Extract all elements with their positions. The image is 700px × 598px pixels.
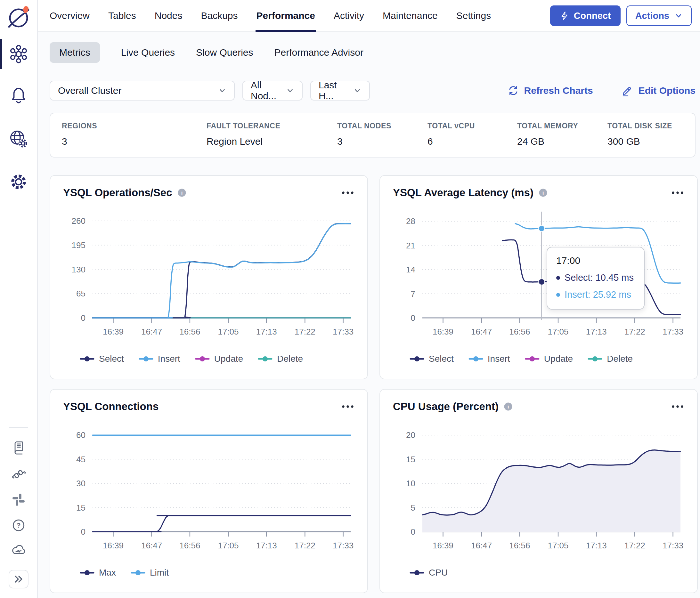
ellipsis-menu-icon[interactable] [341, 402, 354, 411]
chevron-down-icon [353, 86, 361, 95]
connect-button[interactable]: Connect [550, 5, 621, 26]
svg-text:17:13: 17:13 [256, 541, 277, 550]
edit-options-link[interactable]: Edit Options [621, 84, 696, 97]
legend-item-update[interactable]: Update [525, 354, 573, 364]
svg-text:16:56: 16:56 [509, 541, 530, 550]
legend-item-select[interactable]: Select [409, 354, 454, 364]
stat-total-disk: TOTAL DISK SIZE 300 GB [607, 122, 695, 157]
sidebar-item-network[interactable] [0, 129, 37, 149]
svg-text:?: ? [17, 521, 21, 529]
chart-title: YSQL Average Latency (ms) [393, 187, 533, 199]
tab-maintenance[interactable]: Maintenance [383, 0, 438, 31]
svg-text:17:13: 17:13 [256, 327, 277, 336]
tab-activity[interactable]: Activity [334, 0, 364, 31]
tab-nodes[interactable]: Nodes [155, 0, 182, 31]
legend-label: Insert [158, 354, 180, 364]
tab-overview[interactable]: Overview [50, 0, 90, 31]
stat-total-vcpu: TOTAL vCPU 6 [427, 122, 517, 157]
stat-value: Region Level [206, 136, 337, 147]
legend-item-delete[interactable]: Delete [588, 354, 633, 364]
ellipsis-menu-icon[interactable] [671, 188, 684, 198]
legend-item-max[interactable]: Max [80, 568, 116, 578]
stat-value: 3 [62, 136, 206, 147]
tooltip-row-text: Select: 10.45 ms [565, 272, 634, 283]
legend-label: CPU [429, 568, 448, 578]
legend-item-delete[interactable]: Delete [258, 354, 303, 364]
cluster-scope-select[interactable]: Overall Cluster [50, 81, 235, 101]
legend-item-insert[interactable]: Insert [469, 354, 510, 364]
legend-item-update[interactable]: Update [195, 354, 243, 364]
legend-item-limit[interactable]: Limit [131, 568, 169, 578]
svg-text:16:47: 16:47 [141, 541, 162, 550]
chart-title: CPU Usage (Percent) [393, 400, 499, 413]
svg-text:15: 15 [406, 454, 415, 464]
nodes-select[interactable]: All Nod... [243, 81, 303, 101]
sidebar-item-status[interactable] [0, 544, 37, 556]
sidebar-item-settings[interactable] [0, 172, 37, 191]
tab-settings[interactable]: Settings [456, 0, 491, 31]
svg-text:16:47: 16:47 [141, 327, 162, 336]
subtab-live-queries[interactable]: Live Queries [121, 42, 175, 63]
sidebar-expand-button[interactable] [9, 570, 28, 589]
stat-label: REGIONS [62, 122, 206, 130]
chevron-down-icon [218, 86, 226, 95]
legend-item-select[interactable]: Select [80, 354, 124, 364]
legend-label: Delete [607, 354, 633, 364]
sidebar-item-alerts[interactable] [0, 86, 37, 104]
stat-total-memory: TOTAL MEMORY 24 GB [517, 122, 607, 157]
legend-item-cpu[interactable]: CPU [409, 568, 448, 578]
refresh-icon [507, 85, 519, 96]
chart-svg: 0510152016:3916:4716:5617:0517:1317:2217… [393, 416, 684, 567]
tab-tables[interactable]: Tables [108, 0, 136, 31]
refresh-charts-label: Refresh Charts [524, 85, 593, 96]
subtab-performance-advisor[interactable]: Performance Advisor [274, 42, 364, 63]
main-area: Overview Tables Nodes Backups Performanc… [38, 0, 700, 598]
svg-text:16:47: 16:47 [471, 541, 492, 550]
actions-button[interactable]: Actions [626, 5, 692, 26]
legend-item-insert[interactable]: Insert [139, 354, 180, 364]
subtab-slow-queries[interactable]: Slow Queries [196, 42, 253, 63]
ellipsis-menu-icon[interactable] [671, 402, 684, 411]
bell-icon [9, 86, 28, 104]
legend-marker-icon [469, 356, 483, 362]
planet-logo-icon [7, 4, 30, 29]
ellipsis-menu-icon[interactable] [341, 188, 354, 198]
refresh-charts-link[interactable]: Refresh Charts [507, 85, 593, 96]
legend-marker-icon [588, 356, 602, 362]
svg-text:17:13: 17:13 [586, 541, 607, 550]
sidebar-item-clusters[interactable] [0, 44, 37, 65]
info-icon[interactable]: i [504, 402, 513, 411]
info-icon[interactable]: i [539, 188, 548, 197]
sidebar-item-slack[interactable] [0, 493, 37, 506]
svg-text:65: 65 [76, 289, 85, 298]
svg-text:45: 45 [76, 454, 85, 464]
chart-svg: 06513019526016:3916:4716:5617:0517:1317:… [63, 202, 354, 353]
svg-text:28: 28 [406, 216, 415, 226]
svg-text:17:22: 17:22 [624, 327, 645, 336]
info-icon[interactable]: i [177, 188, 186, 197]
svg-text:i: i [543, 190, 544, 196]
tab-performance[interactable]: Performance [256, 0, 315, 31]
chart-card-ysql-latency: YSQL Average Latency (ms) i 0714212816:3… [379, 175, 698, 379]
svg-text:16:39: 16:39 [433, 327, 453, 336]
chart-card-cpu-usage: CPU Usage (Percent) i 0510152016:3916:47… [379, 389, 698, 593]
time-range-select[interactable]: Last H... [310, 81, 370, 101]
tab-backups[interactable]: Backups [201, 0, 238, 31]
svg-text:16:56: 16:56 [509, 327, 530, 336]
legend-marker-icon [80, 356, 95, 362]
legend-marker-icon [139, 356, 153, 362]
chevron-down-icon [674, 11, 683, 20]
sidebar-bottom: ? [0, 427, 37, 598]
subtab-metrics[interactable]: Metrics [50, 42, 100, 63]
logo[interactable] [0, 4, 37, 29]
topbar-actions: Connect Actions [550, 5, 692, 26]
legend-marker-icon [195, 356, 210, 362]
chart-tooltip: 17:00 Select: 10.45 ms Insert: 25.92 ms [547, 247, 645, 310]
sidebar-item-help[interactable]: ? [0, 518, 37, 533]
sidebar-item-integrations[interactable] [0, 467, 37, 482]
nodes-select-value: All Nod... [251, 80, 286, 102]
sidebar-item-docs[interactable] [0, 441, 37, 455]
legend-marker-icon [409, 356, 424, 362]
stat-label: TOTAL MEMORY [517, 122, 607, 130]
stat-label: TOTAL DISK SIZE [607, 122, 695, 130]
